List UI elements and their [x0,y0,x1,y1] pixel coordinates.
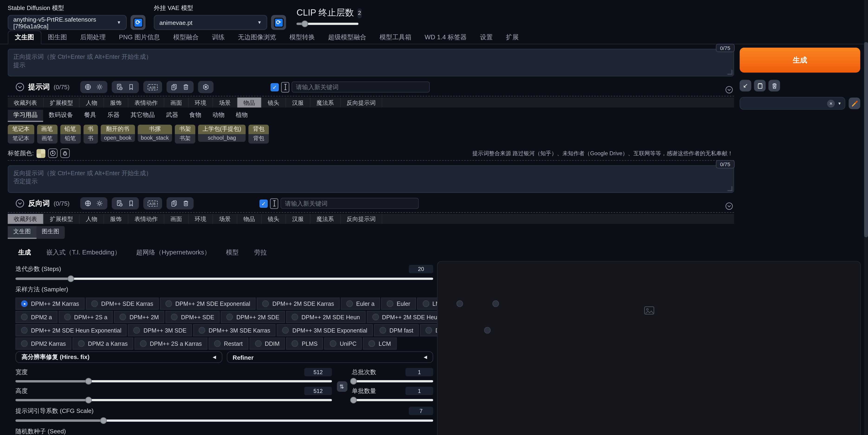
steps-value[interactable]: 20 [409,265,433,273]
sampler-option[interactable]: DPM++ 3M SDE [128,324,192,336]
sampler-option[interactable]: DPM++ 3M SDE Karras [193,324,276,336]
notepad-button[interactable] [754,80,766,91]
tag-subcategory[interactable]: 食物 [184,110,207,122]
sampler-option[interactable]: DDIM [249,338,285,349]
tag-category[interactable]: 场景 [213,97,237,108]
tag-subcategory[interactable]: 武器 [160,110,184,122]
generation-tab[interactable]: 嵌入式（T.I. Embedding） [46,248,121,256]
collapse-section-icon[interactable] [16,199,24,208]
width-value[interactable]: 512 [304,368,332,376]
main-tab[interactable]: 模型工具箱 [373,31,418,44]
generation-tab[interactable]: 超网络（Hypernetworks） [136,248,211,256]
sampler-option[interactable]: DPM++ 2M [114,311,164,323]
tag-category[interactable]: 服饰 [104,214,128,224]
tag-chip[interactable]: 铅笔 铅笔 [60,125,80,144]
paste-params-button[interactable]: ↙ [740,80,751,91]
globe-icon[interactable] [85,200,91,207]
collapse-section-icon[interactable] [16,83,24,91]
tag-category[interactable]: 反向提示词 [340,214,382,224]
tag-category[interactable]: 收藏列表 [8,97,44,108]
tag-category[interactable]: 物品 [237,97,262,108]
clear-prompt-button[interactable] [768,80,780,91]
clear-icon[interactable]: × [827,99,835,107]
sampler-option[interactable]: DPM fast [374,324,419,336]
sampler-option[interactable]: DPM++ 2M SDE Exponential [160,298,256,310]
main-tab[interactable]: 超级模型融合 [321,31,373,44]
new-keyword-input[interactable] [292,82,430,93]
sampler-option[interactable]: LCM [363,338,396,349]
sampler-option[interactable]: DPM++ 2M SDE Heun [286,311,365,323]
tag-color-brush-button[interactable] [60,148,70,158]
slider-knob[interactable] [85,378,92,384]
chevron-down-icon[interactable]: ▼ [838,101,841,105]
clip-skip-value[interactable]: 2 [357,8,362,18]
tag-category[interactable]: 扩展模型 [44,214,80,224]
tag-subcategory[interactable]: 餐具 [79,110,102,122]
tag-category[interactable]: 镜头 [262,214,286,224]
tag-subcategory[interactable]: 数码设备 [43,110,79,122]
page-scrollbar[interactable] [864,0,868,435]
main-tab[interactable]: 训练 [205,31,231,44]
main-tab[interactable]: 模型融合 [166,31,205,44]
main-tab[interactable]: 后期处理 [73,31,113,44]
tag-category[interactable]: 收藏列表 [8,214,44,224]
history-doc-icon[interactable] [116,84,123,90]
main-tab[interactable]: 无边图像浏览 [231,31,283,44]
main-tab[interactable]: 设置 [473,31,499,44]
tag-category[interactable]: 反向提示词 [340,97,382,108]
tag-category[interactable]: 镜头 [262,97,286,108]
cfg-value[interactable]: 7 [409,406,433,415]
globe-icon[interactable] [85,84,91,90]
translate-icon[interactable]: A|B [148,84,158,90]
tag-category[interactable]: 扩展模型 [44,97,80,108]
main-tab[interactable]: WD 1.4 标签器 [418,31,473,44]
sampler-option[interactable]: DPM++ 3M SDE Exponential [277,324,373,336]
tag-subcategory[interactable]: 其它物品 [125,110,160,122]
mode-tab[interactable]: 图生图 [36,226,65,239]
tag-chip[interactable]: 翻开的书 open_book [101,125,135,144]
bookmark-icon[interactable] [128,84,134,90]
styles-select[interactable]: × ▼ [740,97,845,110]
tag-chip[interactable]: 书摞 book_stack [137,125,172,144]
tag-chip[interactable]: 画笔 画笔 [37,125,57,144]
sampler-option[interactable]: DPM++ SDE [165,311,220,323]
slider-knob[interactable] [68,276,74,282]
openai-icon[interactable] [202,84,209,90]
refiner-accordion[interactable]: Refiner ◀ [227,351,433,363]
tag-category[interactable]: 服饰 [104,97,128,108]
scrollbar-thumb[interactable] [864,42,868,237]
width-slider[interactable] [16,380,332,382]
tag-category[interactable]: 魔法系 [310,97,341,108]
tag-subcategory[interactable]: 植物 [230,110,253,122]
mode-tab[interactable]: 文生图 [8,226,36,239]
sd-model-select[interactable]: anything-v5-PrtRE.safetensors [7f96a1a9c… [8,15,127,30]
sampler-option[interactable]: Euler a [341,298,380,310]
tag-chip[interactable]: 笔记本 笔记本 [8,125,34,144]
collapse-panel-icon[interactable] [725,202,733,210]
batch-count-value[interactable]: 1 [405,368,433,376]
sampler-option[interactable]: DPM++ 2M SDE Karras [257,298,340,310]
tag-category[interactable]: 场景 [213,214,237,224]
tag-chip[interactable]: 书 书 [83,125,98,144]
main-tab[interactable]: 扩展 [499,31,526,44]
tag-category[interactable]: 汉服 [286,97,310,108]
slider-knob[interactable] [100,417,106,424]
tag-subcategory[interactable]: 乐器 [102,110,125,122]
batch-count-slider[interactable] [352,380,433,382]
main-tab[interactable]: 模型转换 [283,31,321,44]
sampler-option[interactable]: DPM2 a Karras [72,338,133,349]
slider-knob[interactable] [85,397,92,403]
sampler-option[interactable]: DPM++ 2S a [59,311,113,323]
sampler-option[interactable]: Restart [209,338,248,349]
tag-chip[interactable]: 上学包(手提包) school_bag [198,125,246,144]
trash-icon[interactable] [182,200,189,207]
tag-category[interactable]: 魔法系 [310,214,341,224]
steps-slider[interactable] [16,278,433,280]
vae-refresh-button[interactable]: ⟳ [271,15,286,30]
tag-subcategory[interactable]: 动物 [207,110,230,122]
tag-subcategory[interactable]: 学习用品 [8,110,43,122]
tag-category[interactable]: 人物 [80,214,104,224]
clip-skip-slider[interactable] [297,23,359,25]
positive-prompt-textarea[interactable]: 正向提示词（按 Ctrl+Enter 或 Alt+Enter 开始生成） 提示 [8,49,734,77]
apply-styles-button[interactable] [849,97,860,109]
